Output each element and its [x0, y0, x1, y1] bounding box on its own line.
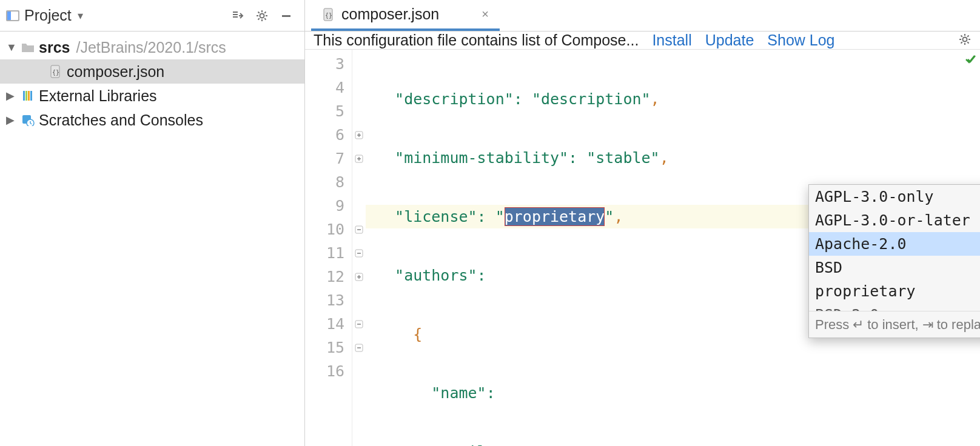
tree-file-composer-json[interactable]: {} composer.json [0, 59, 304, 84]
fold-close-icon[interactable] [352, 336, 366, 359]
code-line: "minimum-stability": "stable", [366, 146, 980, 170]
svg-rect-2 [7, 12, 11, 20]
gutter-line-number: 8 [305, 170, 352, 194]
autocomplete-popup[interactable]: AGPL-3.0-onlyAGPL-3.0-or-laterApache-2.0… [808, 184, 980, 338]
fold-open-icon[interactable] [352, 123, 366, 147]
tab-label: composer.json [341, 5, 439, 23]
license-selection[interactable]: proprietary [505, 207, 605, 226]
tab-key-icon: ⇥ [922, 317, 933, 333]
code-line: "name": [366, 381, 980, 405]
autocomplete-item[interactable]: proprietary [809, 279, 980, 303]
chevron-down-icon: ▼ [6, 41, 17, 54]
dropdown-triangle-icon: ▾ [78, 9, 83, 22]
svg-point-3 [260, 13, 264, 18]
svg-rect-10 [25, 91, 27, 101]
gear-icon[interactable] [253, 7, 270, 24]
folder-icon [21, 40, 35, 55]
composer-banner: This configuration file contains list of… [305, 32, 980, 50]
gear-icon[interactable] [958, 33, 972, 48]
show-log-link[interactable]: Show Log [767, 32, 834, 49]
autocomplete-item[interactable]: Apache-2.0 [809, 232, 980, 256]
scratches-icon [21, 113, 35, 127]
gutter-line-number: 9 [305, 194, 352, 218]
fold-open-icon[interactable] [352, 265, 366, 288]
fold-open-icon[interactable] [352, 147, 366, 170]
close-icon[interactable]: × [482, 7, 489, 21]
project-selector-label: Project [24, 7, 72, 24]
analysis-ok-icon[interactable] [964, 53, 976, 68]
editor-code-area[interactable]: 345678910111213141516 "description": "de… [305, 50, 980, 446]
minimize-icon[interactable] [278, 7, 295, 24]
svg-text:{}: {} [325, 12, 332, 19]
enter-key-icon: ↵ [853, 317, 864, 333]
gutter-line-number: 15 [305, 336, 352, 359]
tree-root-path: /JetBrains/2020.1/srcs [76, 39, 226, 56]
project-view-icon [6, 10, 19, 22]
gutter-line-number: 4 [305, 76, 352, 99]
tree-external-libraries[interactable]: ▶ External Libraries [0, 84, 304, 108]
update-link[interactable]: Update [705, 32, 754, 49]
gutter-line-number: 11 [305, 241, 352, 265]
tree-file-label: composer.json [67, 63, 164, 81]
gutter-line-number: 16 [305, 359, 352, 383]
gutter-line-number: 3 [305, 52, 352, 76]
scroll-from-source-icon[interactable] [229, 7, 246, 24]
code-line: "email" [366, 440, 980, 446]
gutter-line-number: 6 [305, 123, 352, 147]
fold-close-icon[interactable] [352, 241, 366, 265]
chevron-right-icon: ▶ [6, 113, 17, 127]
libraries-icon [21, 88, 35, 103]
code-line: "description": "description", [366, 87, 980, 111]
autocomplete-item[interactable]: AGPL-3.0-only [809, 185, 980, 208]
fold-column [352, 50, 366, 446]
tree-root-label: srcs [39, 39, 70, 56]
line-gutter: 345678910111213141516 [305, 50, 352, 446]
autocomplete-item[interactable]: AGPL-3.0-or-later [809, 208, 980, 232]
gutter-line-number: 5 [305, 99, 352, 123]
svg-rect-9 [23, 91, 25, 101]
svg-text:{}: {} [52, 69, 59, 76]
chevron-right-icon: ▶ [6, 89, 17, 102]
svg-point-15 [963, 37, 967, 41]
gutter-line-number: 14 [305, 312, 352, 336]
tree-scratches-label: Scratches and Consoles [39, 112, 203, 129]
json-file-icon: {} [322, 8, 335, 21]
json-file-icon: {} [49, 64, 63, 79]
autocomplete-item[interactable]: BSD [809, 256, 980, 279]
gutter-line-number: 12 [305, 265, 352, 288]
autocomplete-item[interactable]: BSD-2.0 [809, 303, 980, 311]
editor-tab-composer-json[interactable]: {} composer.json × [311, 0, 500, 31]
gutter-line-number: 10 [305, 218, 352, 241]
project-selector[interactable]: Project ▾ [6, 7, 83, 24]
svg-rect-11 [28, 91, 30, 101]
fold-close-icon[interactable] [352, 218, 366, 241]
tree-scratches[interactable]: ▶ Scratches and Consoles [0, 108, 304, 132]
gutter-line-number: 7 [305, 147, 352, 170]
tree-root-srcs[interactable]: ▼ srcs /JetBrains/2020.1/srcs [0, 35, 304, 59]
gutter-line-number: 13 [305, 288, 352, 312]
banner-text: This configuration file contains list of… [314, 32, 639, 49]
svg-rect-4 [282, 15, 290, 17]
autocomplete-hint: Press ↵ to insert, ⇥ to replace ⋮ [809, 311, 980, 338]
tree-ext-lib-label: External Libraries [39, 87, 157, 105]
fold-close-icon[interactable] [352, 312, 366, 336]
install-link[interactable]: Install [652, 32, 691, 49]
project-tree[interactable]: ▼ srcs /JetBrains/2020.1/srcs {} compose… [0, 32, 305, 446]
svg-rect-12 [30, 91, 32, 101]
